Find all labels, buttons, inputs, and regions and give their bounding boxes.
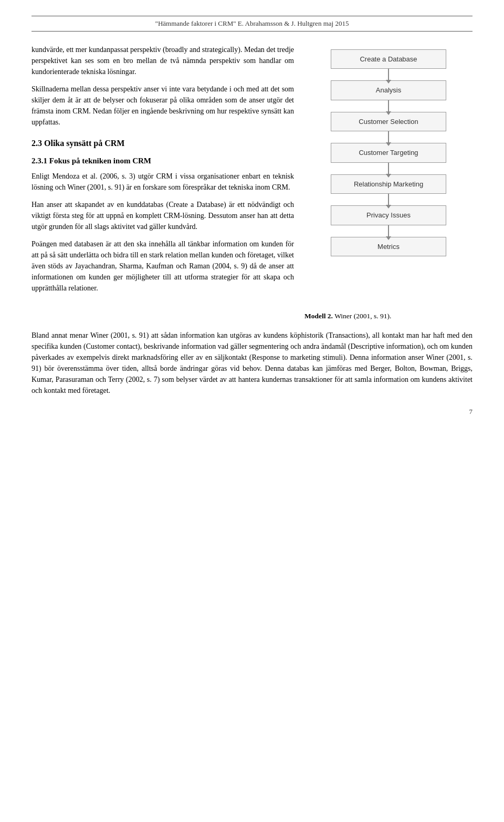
- diagram-wrapper: Create a Database Analysis Customer Sele…: [331, 49, 446, 257]
- caption-label: Modell 2. Winer (2001, s. 91).: [304, 312, 391, 320]
- diagram-arrow-4: [388, 163, 389, 174]
- diagram-arrow-6: [388, 225, 389, 237]
- diagram-column: Create a Database Analysis Customer Sele…: [304, 44, 472, 300]
- diagram-arrow-1: [388, 69, 389, 80]
- diagram-arrow-3: [388, 131, 389, 143]
- full-text-section: Bland annat menar Winer (2001, s. 91) at…: [32, 330, 472, 396]
- page-header: "Hämmande faktorer i CRM" E. Abrahamsson…: [32, 16, 472, 32]
- paragraph-3: Enligt Mendoza et al. (2006, s. 3) utgör…: [32, 171, 294, 193]
- caption-area: Modell 2. Winer (2001, s. 91).: [32, 310, 472, 321]
- caption-text-column: [32, 310, 294, 321]
- paragraph-1: kundvärde, ett mer kundanpassat perspekt…: [32, 44, 294, 77]
- content-area: kundvärde, ett mer kundanpassat perspekt…: [32, 44, 472, 300]
- diagram-arrow-5: [388, 194, 389, 205]
- paragraph-5: Poängen med databasen är att den ska inn…: [32, 238, 294, 294]
- diagram-box-create-database: Create a Database: [331, 49, 446, 69]
- diagram-arrow-2: [388, 100, 389, 112]
- text-column: kundvärde, ett mer kundanpassat perspekt…: [32, 44, 294, 300]
- paragraph-4: Han anser att skapandet av en kunddataba…: [32, 199, 294, 232]
- caption-block: Modell 2. Winer (2001, s. 91).: [304, 310, 472, 321]
- paragraph-2: Skillnaderna mellan dessa perspektiv ans…: [32, 84, 294, 128]
- subsection-heading: 2.3.1 Fokus på tekniken inom CRM: [32, 155, 294, 167]
- page: "Hämmande faktorer i CRM" E. Abrahamsson…: [0, 0, 504, 822]
- section-heading: 2.3 Olika synsätt på CRM: [32, 137, 294, 150]
- header-text: "Hämmande faktorer i CRM" E. Abrahamsson…: [155, 19, 349, 27]
- page-number: 7: [32, 407, 472, 417]
- paragraph-6: Bland annat menar Winer (2001, s. 91) at…: [32, 330, 472, 396]
